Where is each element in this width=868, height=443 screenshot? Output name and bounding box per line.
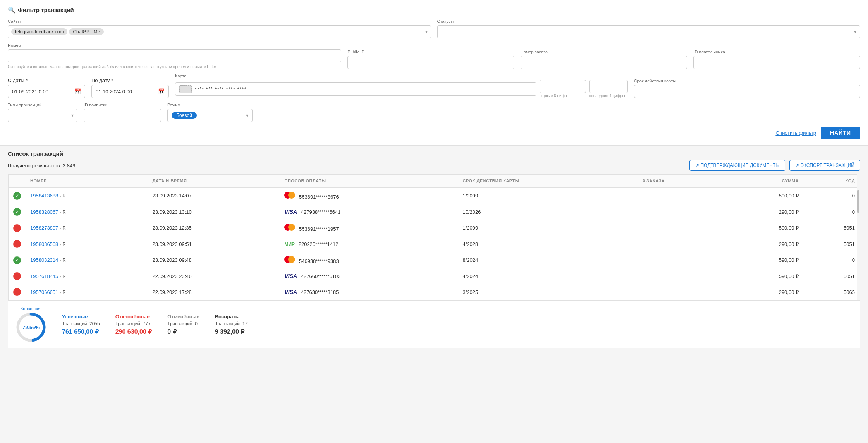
chevron-down-icon-2: ▾ [246,113,248,118]
table-scrollbar[interactable] [857,174,860,300]
code-cell: 0 [803,187,859,204]
card-last4-input[interactable] [589,80,628,93]
date-from-input[interactable]: 01.09.2021 0:00 📅 [8,85,85,98]
r-badge: R [62,225,66,231]
field-payer-id: ID плательщика [693,50,860,69]
datetime-cell: 22.09.2023 17:28 [148,284,280,300]
tx-id-link[interactable]: 1957618445 [30,273,58,279]
card-number: 553691******1957 [299,226,339,232]
sub-id-label: ID подписки [84,103,161,107]
table-row: ! 1957066651 › R 22.09.2023 17:28 VISA 4… [9,284,860,300]
amount-cell: 290,00 ₽ [724,204,803,220]
sites-tags: telegram-feedback.com ChatGPT Me [11,28,423,35]
tx-id-link[interactable]: 1958036568 [30,241,58,247]
tx-id-link[interactable]: 1958328067 [30,209,58,215]
table-row: ✓ 1958032314 › R 23.09.2023 09:48 546938… [9,252,860,268]
datetime-cell: 23.09.2023 09:48 [148,252,280,268]
field-sub-id: ID подписки [84,103,161,122]
payer-id-input[interactable] [693,56,860,69]
col-order-num: # ЗАКАЗА [638,175,724,188]
status-cell: ✓ [9,204,26,220]
tx-id-link[interactable]: 1958273807 [30,225,58,231]
visa-logo: VISA [284,289,297,295]
transactions-tbody: ✓ 1958413688 › R 23.09.2023 14:07 553691… [9,187,860,300]
calendar-icon-2: 📅 [158,88,165,94]
datetime-cell: 23.09.2023 09:51 [148,236,280,252]
card-input[interactable]: **** *** **** **** **** [175,82,536,96]
nomer-input[interactable] [8,49,341,62]
datetime-cell: 22.09.2023 23:46 [148,268,280,284]
col-datetime: ДАТА И ВРЕМЯ [148,175,280,188]
card-first6-field: первые 6 цифр [540,80,586,98]
card-last4-field: последние 4 цифры [589,80,628,98]
mastercard-logo [284,224,295,231]
order-num-input[interactable] [521,56,688,69]
tx-id-cell: 1958413688 › R [26,187,148,204]
card-number: 427938******6641 [301,209,341,215]
card-number: 427660******6103 [301,273,341,279]
sub-id-input[interactable] [84,109,161,122]
docs-button[interactable]: ↗ ПОДТВЕРЖДАЮЩИЕ ДОКУМЕНТЫ [689,160,785,171]
status-icon: ! [13,224,21,232]
mode-dropdown[interactable]: Боевой ▾ [167,109,253,122]
svg-text:72.56%: 72.56% [22,325,40,330]
tx-id-link[interactable]: 1958413688 [30,193,58,199]
search-icon: 🔍 [8,6,15,14]
card-expiry-input[interactable] [634,85,860,98]
stats-footer: Конверсия 72.56% Успешные Транзакций: 20… [8,300,860,348]
order-cell [638,236,724,252]
amount-cell: 290,00 ₽ [724,284,803,300]
visa-logo: VISA [284,273,297,279]
tx-types-select-wrapper [8,109,77,122]
tx-types-select[interactable] [8,109,77,122]
clear-filter-button[interactable]: Очистить фильтр [775,130,816,136]
status-cell: ! [9,268,26,284]
card-number: 427630*****3185 [301,289,339,295]
status-cell: ! [9,220,26,236]
table-row: ! 1958036568 › R 23.09.2023 09:51 МИР 22… [9,236,860,252]
status-icon: ✓ [13,208,21,216]
field-public-id: Public ID [347,50,514,69]
payment-method-cell: VISA 427660******6103 [280,268,458,284]
date-to-input[interactable]: 01.10.2024 0:00 📅 [91,85,169,98]
search-button[interactable]: НАЙТИ [821,127,860,139]
payment-method-cell: 553691******8676 [280,187,458,204]
stat-refund: Возвраты Транзакций: 17 9 392,00 ₽ [215,314,248,335]
card-expiry-cell: 10/2026 [458,204,638,220]
code-cell: 5051 [803,268,859,284]
mode-label: Режим [167,103,253,107]
table-header-row: НОМЕР ДАТА И ВРЕМЯ СПОСОБ ОПЛАТЫ СРОК ДЕ… [9,175,860,188]
amount-cell: 590,00 ₽ [724,252,803,268]
sites-dropdown[interactable]: telegram-feedback.com ChatGPT Me ▾ [8,25,431,38]
card-label: Карта [175,74,628,78]
card-expiry-cell: 1/2099 [458,220,638,236]
cancelled-count: Транзакций: 0 [167,321,199,326]
statuses-select[interactable] [437,25,861,38]
card-expiry-cell: 4/2028 [458,236,638,252]
stat-successful: Успешные Транзакций: 2055 761 650,00 ₽ [62,314,100,335]
table-row: ✓ 1958328067 › R 23.09.2023 13:10 VISA 4… [9,204,860,220]
card-number: 553691******8676 [299,194,339,200]
datetime-cell: 23.09.2023 13:10 [148,204,280,220]
arrow-icon: › [60,194,61,198]
date-to-value: 01.10.2024 0:00 [96,89,132,94]
date-from-label: С даты * [8,77,85,83]
card-placeholder-icon [179,85,192,93]
export-button[interactable]: ↗ ЭКСПОРТ ТРАНЗАКЦИЙ [789,160,860,171]
col-amount: СУММА [724,175,803,188]
public-id-input[interactable] [347,56,514,69]
payer-id-label: ID плательщика [693,50,860,54]
filter-actions: Очистить фильтр НАЙТИ [8,127,860,139]
tx-id-link[interactable]: 1958032314 [30,257,58,263]
tx-id-link[interactable]: 1957066651 [30,289,58,295]
card-first6-input[interactable] [540,80,586,93]
card-number: 546938******9383 [299,258,339,264]
tag-chatgpt: ChatGPT Me [69,28,104,35]
field-tx-types: Типы транзакций [8,103,77,122]
payment-method-cell: МИР 220220******1412 [280,236,458,252]
field-mode: Режим Боевой ▾ [167,103,253,122]
order-cell [638,220,724,236]
conversion-chart: 72.56% [15,312,46,343]
nomer-label: Номер [8,43,341,48]
public-id-label: Public ID [347,50,514,54]
